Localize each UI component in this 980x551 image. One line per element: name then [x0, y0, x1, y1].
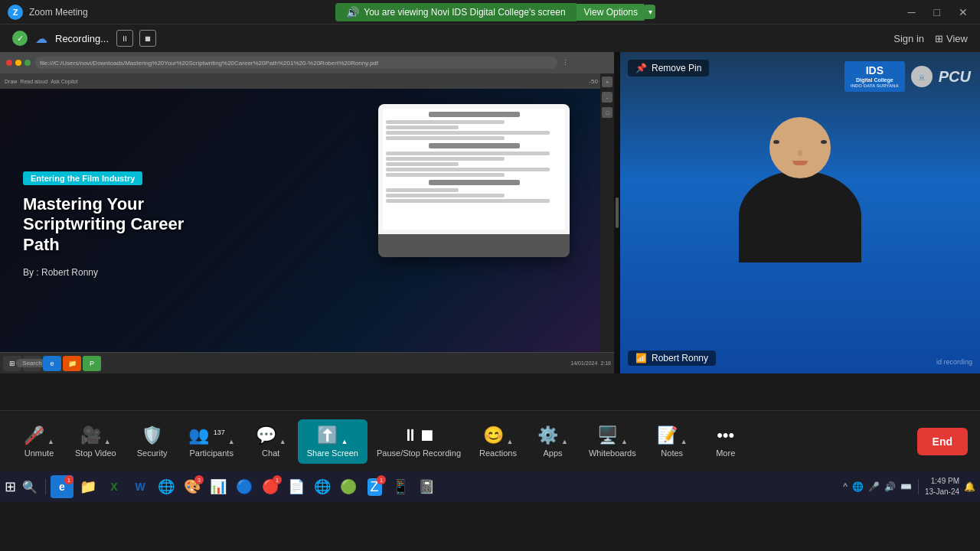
script-line — [386, 173, 505, 177]
taskbar-divider — [45, 479, 46, 494]
taskbar-chrome-icon[interactable]: 🌐 — [155, 475, 178, 498]
taskbar-explorer-icon[interactable]: 📁 — [77, 475, 100, 498]
slide-author: By : Robert Ronny — [23, 267, 184, 278]
pause-recording-btn[interactable]: ⏸ — [116, 30, 133, 47]
share-screen-button[interactable]: ⬆️ ▲ Share Screen — [298, 419, 368, 464]
taskbar-whatsapp-icon[interactable]: 📱 — [389, 475, 412, 498]
recording-bar: ✓ ☁ Recording... ⏸ ⏹ Sign in ⊞ View — [0, 24, 980, 52]
read-btn[interactable]: Read aloud — [20, 79, 47, 84]
mic-sys-icon[interactable]: 🎤 — [868, 481, 880, 492]
taskbar-zoom-icon[interactable]: Z 1 — [363, 475, 386, 498]
toolbar-items: 🎤 ▲ Unmute 🎥 ▲ Stop Video 🛡️ Security 👥 — [12, 419, 917, 464]
screen-share-area: file:///C:/Users/novi/Downloads/Masterin… — [0, 52, 614, 373]
taskbar-app1-icon[interactable]: 🎨 3 — [181, 475, 204, 498]
taskbar-app3-icon[interactable]: 🔴 1 — [259, 475, 282, 498]
taskbar-app4-icon[interactable]: 🟢 — [337, 475, 360, 498]
more-button[interactable]: ••• More — [699, 419, 753, 464]
view-options-button[interactable]: View Options — [577, 4, 645, 21]
presenter-video — [724, 117, 877, 308]
taskbar-edge[interactable]: e — [43, 356, 61, 371]
script-line — [386, 162, 459, 166]
camera-background: IDS Digital College INDO DATA SURYANA 🏛️… — [620, 52, 980, 373]
taskbar-search[interactable]: Search — [23, 356, 41, 371]
zoom-logo: Z — [8, 5, 23, 20]
chrome2-icon: 🌐 — [314, 478, 331, 495]
presenter-name: Robert Ronny — [652, 353, 708, 364]
video-chevron[interactable]: ▲ — [104, 438, 111, 445]
notes-chevron[interactable]: ▲ — [681, 438, 688, 445]
taskbar-app2[interactable]: P — [83, 356, 101, 371]
sidebar-icon-1[interactable]: + — [602, 77, 612, 87]
apps-icon: ⚙️ — [537, 425, 558, 445]
apps-button[interactable]: ⚙️ ▲ Apps — [526, 419, 580, 464]
browser-settings[interactable]: ⋮ — [562, 59, 569, 67]
address-bar-text: file:///C:/Users/novi/Downloads/Masterin… — [40, 60, 378, 67]
sidebar-icon-3[interactable]: □ — [602, 107, 612, 118]
keyboard-icon[interactable]: ⌨️ — [900, 481, 912, 492]
pause-recording-label: Pause/Stop Recording — [377, 448, 461, 458]
maximize-button[interactable]: □ — [929, 5, 945, 20]
chevron-tray-icon[interactable]: ^ — [843, 481, 848, 492]
taskbar-notes-icon[interactable]: 📓 — [415, 475, 438, 498]
notification-icon[interactable]: 🔔 — [964, 481, 975, 492]
minimize-button[interactable]: ─ — [903, 5, 920, 20]
unmute-chevron[interactable]: ▲ — [47, 438, 54, 445]
main-content: file:///C:/Users/novi/Downloads/Masterin… — [0, 52, 980, 373]
laptop-screen-inner — [383, 109, 565, 230]
window-controls — [6, 60, 31, 66]
view-button[interactable]: ⊞ View — [935, 33, 968, 44]
sidebar-scrollbar: + - □ — [600, 73, 614, 352]
caption-btn[interactable]: Ask Copilot — [51, 79, 77, 84]
edge-icon-letter: e — [59, 481, 65, 493]
stop-recording-btn[interactable]: ⏹ — [139, 30, 156, 47]
notes-app-icon: 📓 — [418, 478, 435, 495]
pause-stop-recording-button[interactable]: ⏸⏹ Pause/Stop Recording — [368, 419, 470, 464]
titlebar-left: Z Zoom Meeting — [8, 5, 88, 20]
share-screen-chevron[interactable]: ▲ — [341, 438, 348, 445]
taskbar-word-icon[interactable]: W — [129, 475, 152, 498]
participants-chevron[interactable]: ▲ — [228, 438, 235, 445]
divider-handle[interactable] — [616, 197, 619, 228]
reactions-button[interactable]: 😊 ▲ Reactions — [470, 419, 526, 464]
view-options-chevron[interactable]: ▾ — [645, 5, 655, 19]
taskbar-acrobat-icon[interactable]: 📄 — [285, 475, 308, 498]
sign-in-button[interactable]: Sign in — [893, 33, 924, 44]
script-line — [386, 157, 505, 161]
apps-chevron[interactable]: ▲ — [561, 438, 568, 445]
taskbar-app2-icon[interactable]: 🔵 — [233, 475, 256, 498]
unmute-button[interactable]: 🎤 ▲ Unmute — [12, 419, 66, 464]
whiteboards-button[interactable]: 🖥️ ▲ Whiteboards — [580, 419, 645, 464]
excel-icon: X — [110, 481, 117, 493]
network-icon[interactable]: 🌐 — [852, 481, 864, 492]
taskbar-excel-icon[interactable]: X — [103, 475, 126, 498]
script-line — [386, 131, 550, 135]
taskbar-app1[interactable]: 📁 — [63, 356, 81, 371]
whiteboards-label: Whiteboards — [589, 448, 636, 458]
time-clock: 2:18 — [600, 360, 611, 366]
participants-button[interactable]: 👥 137 ▲ Participants — [179, 419, 244, 464]
reactions-icon-row: 😊 ▲ — [483, 425, 514, 445]
whiteboards-chevron[interactable]: ▲ — [621, 438, 628, 445]
chat-button[interactable]: 💬 ▲ Chat — [244, 419, 298, 464]
recording-controls[interactable]: ⏸ ⏹ — [116, 30, 156, 47]
speaker-icon[interactable]: 🔊 — [884, 481, 896, 492]
recording-text: Recording... — [55, 33, 109, 44]
taskbar-powerpoint-icon[interactable]: 📊 — [207, 475, 230, 498]
recording-icon: ⏸⏹ — [402, 425, 436, 445]
stop-video-label: Stop Video — [75, 448, 116, 458]
end-meeting-button[interactable]: End — [917, 428, 968, 455]
address-bar[interactable]: file:///C:/Users/novi/Downloads/Masterin… — [35, 57, 557, 69]
sidebar-icon-2[interactable]: - — [602, 92, 612, 103]
draw-btn[interactable]: Draw — [5, 79, 17, 84]
stop-video-button[interactable]: 🎥 ▲ Stop Video — [66, 419, 126, 464]
notes-button[interactable]: 📝 ▲ Notes — [645, 419, 699, 464]
search-button[interactable]: 🔍 — [19, 476, 41, 497]
taskbar-edge-icon[interactable]: e 1 — [51, 475, 74, 498]
reactions-chevron[interactable]: ▲ — [507, 438, 514, 445]
remove-pin-button[interactable]: 📌 Remove Pin — [628, 60, 709, 77]
chat-chevron[interactable]: ▲ — [279, 438, 286, 445]
security-button[interactable]: 🛡️ Security — [126, 419, 179, 464]
close-button[interactable]: ✕ — [954, 5, 972, 20]
start-button[interactable]: ⊞ — [5, 478, 16, 495]
taskbar-chrome2-icon[interactable]: 🌐 — [311, 475, 334, 498]
